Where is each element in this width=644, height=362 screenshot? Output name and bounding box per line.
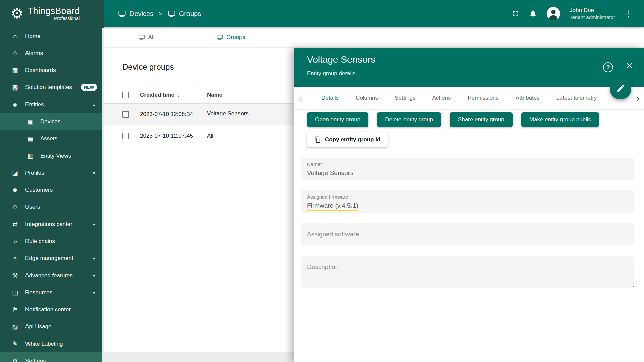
delete-entity-group-button[interactable]: Delete entity group — [377, 112, 441, 127]
sidebar-item-label: Assets — [40, 135, 97, 142]
panel-tab-permissions[interactable]: Permissions — [459, 87, 507, 109]
sidebar-item-entities[interactable]: Entities — [0, 96, 102, 113]
tab-groups[interactable]: Groups — [189, 27, 273, 47]
edit-pencil-icon — [616, 84, 625, 93]
app-header: Devices > Groups — [104, 0, 644, 27]
make-entity-group-public-button[interactable]: Make entity group public — [521, 112, 599, 127]
sidebar-item-label: Profiles — [25, 170, 91, 176]
profiles-icon — [10, 169, 20, 177]
description-textarea[interactable] — [301, 256, 634, 288]
devices-icon — [25, 118, 36, 125]
user-role: Tenant administrator — [570, 14, 615, 21]
tabs-scroll-left-icon[interactable] — [299, 87, 302, 109]
fullscreen-icon[interactable] — [511, 9, 520, 18]
rule-chains-icon — [10, 238, 20, 245]
chevron-down-icon — [91, 170, 97, 176]
panel-tab-latest-telemetry[interactable]: Latest telemetry — [548, 87, 605, 109]
avatar[interactable] — [546, 6, 561, 21]
panel-tab-details[interactable]: Details — [313, 87, 347, 109]
kebab-menu-icon[interactable] — [624, 9, 633, 18]
solution-templates-icon — [10, 83, 20, 91]
sidebar-item-label: Customers — [25, 187, 97, 193]
open-entity-group-button[interactable]: Open entity group — [307, 112, 368, 127]
panel-tab-actions[interactable]: Actions — [424, 87, 460, 109]
tab-label: All — [148, 34, 155, 41]
share-entity-group-button[interactable]: Share entity group — [450, 112, 513, 127]
sidebar-item-api-usage[interactable]: Api Usage — [0, 318, 102, 335]
row-checkbox[interactable] — [122, 133, 129, 139]
edit-fab-button[interactable] — [610, 78, 631, 99]
sidebar-item-dashboards[interactable]: Dashboards — [0, 62, 102, 79]
assigned-firmware-label: Assigned firmware — [307, 194, 628, 200]
sidebar-item-label: Resources — [25, 289, 91, 296]
breadcrumb: Devices > Groups — [104, 10, 201, 18]
cell-created-time: 2023-07-10 12:08:34 — [140, 111, 207, 118]
tabs-scroll-right-icon[interactable] — [635, 87, 639, 109]
brand-edition: Professional — [54, 16, 80, 21]
dashboards-icon — [10, 66, 20, 74]
help-icon[interactable] — [603, 62, 613, 72]
sidebar-item-label: Entities — [25, 101, 91, 108]
sidebar-item-settings[interactable]: Settings — [0, 352, 102, 362]
integrations-center-icon — [10, 220, 20, 228]
column-header-name[interactable]: Name — [207, 92, 222, 98]
sidebar-item-notification-center[interactable]: Notification center — [0, 301, 102, 318]
sidebar-item-home[interactable]: Home — [0, 27, 102, 45]
column-header-created-time[interactable]: Created time — [140, 92, 207, 98]
copy-icon — [314, 136, 321, 143]
select-all-checkbox[interactable] — [122, 92, 129, 98]
sidebar-item-assets[interactable]: Assets — [0, 130, 102, 147]
sidebar-item-alarms[interactable]: Alarms — [0, 45, 102, 62]
tab-all[interactable]: All — [104, 27, 189, 47]
panel-tab-columns[interactable]: Columns — [347, 87, 386, 109]
sidebar-item-resources[interactable]: Resources — [0, 284, 102, 301]
entity-views-icon — [25, 152, 36, 160]
description-field — [301, 256, 634, 288]
sidebar-item-integrations-center[interactable]: Integrations center — [0, 216, 102, 233]
sidebar-item-advanced-features[interactable]: Advanced features — [0, 267, 102, 284]
assigned-firmware-field: Assigned firmware Firmware (v.4.5.1) — [301, 190, 634, 213]
sidebar-item-label: Solution templates — [25, 84, 78, 91]
chevron-down-icon — [91, 222, 97, 227]
sort-desc-icon[interactable] — [177, 92, 180, 98]
panel-tab-attributes[interactable]: Attributes — [507, 87, 548, 109]
breadcrumb-devices[interactable]: Devices — [118, 10, 153, 18]
panel-tab-settings[interactable]: Settings — [386, 87, 424, 109]
name-field-value: Voltage Sensors — [307, 169, 628, 177]
sidebar-item-label: Entity Views — [40, 153, 97, 159]
copy-entity-group-id-button[interactable]: Copy entity group Id — [307, 132, 388, 147]
panel-header: Voltage Sensors Entity group details — [294, 48, 644, 87]
breadcrumb-groups[interactable]: Groups — [168, 10, 201, 18]
close-icon[interactable] — [626, 60, 633, 71]
sidebar-item-profiles[interactable]: Profiles — [0, 164, 102, 181]
entity-group-actions: Open entity group Delete entity group Sh… — [307, 112, 635, 127]
user-info: John Doe Tenant administrator — [570, 7, 615, 21]
copy-button-label: Copy entity group Id — [325, 136, 380, 143]
sidebar-item-solution-templates[interactable]: Solution templates NEW — [0, 79, 102, 96]
sidebar-item-entity-views[interactable]: Entity Views — [0, 147, 102, 164]
new-badge: NEW — [81, 84, 97, 91]
devices-icon — [216, 34, 223, 41]
sidebar-scrollbar[interactable] — [102, 28, 104, 362]
sidebar-item-devices[interactable]: Devices — [0, 113, 102, 130]
chevron-down-icon — [91, 290, 97, 295]
sidebar-item-customers[interactable]: Customers — [0, 181, 102, 198]
sidebar-item-users[interactable]: Users — [0, 198, 102, 216]
entity-tabs: All Groups — [104, 27, 644, 48]
sidebar-item-rule-chains[interactable]: Rule chains — [0, 233, 102, 250]
sidebar-item-label: Rule chains — [25, 238, 97, 245]
chevron-down-icon — [91, 256, 97, 261]
assigned-software-input[interactable] — [307, 231, 628, 238]
sidebar-item-label: Advanced features — [25, 272, 91, 279]
row-checkbox[interactable] — [122, 111, 129, 118]
app-logo[interactable]: ThingsBoard Professional — [0, 0, 104, 27]
cell-name: Voltage Sensors — [207, 110, 249, 118]
sidebar-item-white-labeling[interactable]: White Labeling — [0, 335, 102, 352]
edge-management-icon — [10, 255, 20, 262]
brand-name: ThingsBoard — [28, 6, 80, 16]
notifications-bell-icon[interactable] — [529, 9, 537, 18]
header-actions: John Doe Tenant administrator — [511, 6, 644, 21]
advanced-features-icon — [10, 272, 20, 279]
sidebar-item-label: Integrations center — [25, 221, 91, 228]
sidebar-item-edge-management[interactable]: Edge management — [0, 250, 102, 267]
